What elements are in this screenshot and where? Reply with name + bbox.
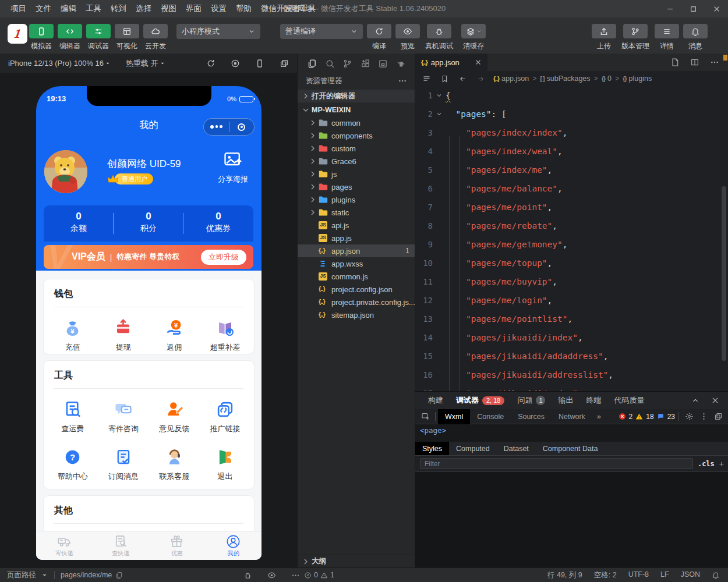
device-icon[interactable] — [255, 59, 264, 68]
tree-item-pages[interactable]: pages — [298, 180, 415, 193]
stat-余额[interactable]: 0余额 — [44, 205, 114, 242]
devtools-tab-Sources[interactable]: Sources — [511, 409, 552, 424]
hot-reload-select[interactable]: 热重载 开 — [126, 58, 165, 69]
project-root[interactable]: MP-WEIXIN — [298, 104, 415, 116]
grid-item-推广链接[interactable]: 推广链接 — [200, 399, 250, 434]
eye-icon[interactable] — [267, 571, 276, 580]
tree-item-js[interactable]: js — [298, 168, 415, 180]
status-item[interactable]: UTF-8 — [628, 570, 649, 580]
devtools-tab-Network[interactable]: Network — [552, 409, 592, 424]
toolbar-button[interactable]: 云开发 — [143, 24, 168, 51]
source-control-icon[interactable] — [342, 59, 352, 69]
kebab-menu-icon[interactable] — [699, 412, 708, 421]
cls-toggle[interactable]: .cls — [698, 460, 715, 468]
menu-item[interactable]: 选择 — [131, 0, 156, 17]
menu-item[interactable]: 项目 — [6, 0, 31, 17]
grid-item-充值[interactable]: ¥充值 — [47, 318, 98, 353]
grid-item-寄件咨询[interactable]: 寄件咨询 — [98, 399, 149, 434]
toolbar-button[interactable]: 上传 — [592, 24, 616, 51]
maximize-button[interactable] — [681, 0, 705, 17]
devtools-tab-Wxml[interactable]: Wxml — [438, 409, 470, 424]
share-poster-button[interactable]: 分享海报 — [214, 149, 252, 184]
tab-优惠[interactable]: 优惠 — [149, 531, 206, 560]
status-item[interactable]: JSON — [681, 570, 700, 580]
status-item[interactable]: 行 49, 列 9 — [547, 570, 582, 580]
ellipsis-icon[interactable] — [291, 571, 300, 580]
tree-item-project.private.config.js...[interactable]: {..}project.private.config.js... — [298, 296, 415, 308]
tree-item-app.json[interactable]: {..}app.json1 — [298, 244, 415, 257]
gear-icon[interactable] — [685, 412, 694, 421]
menu-item[interactable]: 转到 — [106, 0, 131, 17]
grid-item-退出[interactable]: 退出 — [200, 447, 250, 482]
tab-我的[interactable]: 我的 — [205, 531, 261, 560]
tree-item-common[interactable]: common — [298, 116, 415, 129]
back-icon[interactable] — [458, 74, 467, 83]
status-item[interactable]: 空格: 2 — [594, 570, 617, 580]
grid-item-订阅消息[interactable]: 订阅消息 — [98, 447, 149, 482]
dom-tree[interactable]: <page> — [415, 424, 728, 442]
avatar[interactable] — [44, 150, 87, 193]
compile-select[interactable]: 普通编译 — [280, 24, 363, 39]
toolbar-button[interactable]: 清缓存 — [458, 24, 489, 51]
forward-icon[interactable] — [476, 74, 485, 83]
ellipsis-icon[interactable] — [710, 58, 719, 67]
dock-icon[interactable] — [714, 412, 723, 421]
more-icon[interactable] — [204, 125, 229, 129]
files-icon[interactable] — [307, 59, 317, 69]
box-icon[interactable] — [378, 59, 388, 69]
breadcrumb-item[interactable]: {}0 — [602, 74, 612, 83]
toolbar-button[interactable]: 模拟器 — [29, 24, 54, 51]
tree-item-custom[interactable]: custom — [298, 142, 415, 155]
fold-icon[interactable] — [433, 111, 446, 118]
page-path-label[interactable]: 页面路径 — [7, 570, 36, 580]
grid-item-超重补差[interactable]: 超重补差 — [200, 318, 250, 353]
menu-item[interactable]: 帮助 — [231, 0, 256, 17]
windows-icon[interactable] — [280, 59, 289, 68]
grid-item-联系客服[interactable]: 联系客服 — [149, 447, 200, 482]
add-style-icon[interactable]: + — [719, 459, 724, 469]
filter-input[interactable] — [420, 458, 693, 469]
debug-tab-问题[interactable]: 问题1 — [517, 395, 545, 406]
menu-item[interactable]: 设置 — [206, 0, 231, 17]
styles-tab-Component-Data[interactable]: Component Data — [536, 442, 605, 455]
upgrade-button[interactable]: 立即升级 — [201, 250, 246, 265]
bookmark-icon[interactable] — [440, 74, 449, 83]
breadcrumb-item[interactable]: {..}app.json — [493, 74, 529, 83]
extensions-icon[interactable] — [361, 59, 370, 69]
styles-tab-Computed[interactable]: Computed — [449, 442, 497, 455]
open-preview-icon[interactable] — [670, 58, 680, 67]
notifications-icon[interactable] — [712, 571, 720, 579]
debug-tab-输出[interactable]: 输出 — [558, 395, 573, 406]
menu-item[interactable]: 视图 — [156, 0, 181, 17]
outline-section[interactable]: 大纲 — [298, 555, 415, 567]
grid-item-返佣[interactable]: ¥返佣 — [149, 318, 200, 353]
capsule-button[interactable] — [203, 118, 255, 136]
toolbar-button[interactable]: 预览 — [395, 24, 420, 51]
open-editors-section[interactable]: 打开的编辑器 — [298, 90, 415, 102]
tree-item-project.config.json[interactable]: {..}project.config.json — [298, 283, 415, 296]
copy-icon[interactable] — [115, 572, 123, 579]
tree-item-common.js[interactable]: JScommon.js — [298, 270, 415, 283]
grid-item-查运费[interactable]: 查运费 — [47, 399, 98, 434]
search-icon[interactable] — [325, 59, 335, 69]
tree-item-plugins[interactable]: plugins — [298, 193, 415, 206]
debug-tab-终端[interactable]: 终端 — [586, 395, 601, 406]
refresh-icon[interactable] — [206, 59, 215, 68]
menu-item[interactable]: 文件 — [31, 0, 56, 17]
close-button[interactable] — [705, 0, 728, 17]
ellipsis-icon[interactable] — [398, 76, 407, 86]
status-item[interactable]: LF — [660, 570, 669, 580]
close-tab-icon[interactable] — [475, 59, 482, 66]
debug-tab-构建[interactable]: 构建 — [428, 395, 443, 406]
toolbar-button[interactable]: 详情 — [655, 24, 679, 51]
grid-item-意见反馈[interactable]: 意见反馈 — [149, 399, 200, 434]
toolbar-button[interactable]: 编辑器 — [58, 24, 82, 51]
code-editor[interactable]: 1{2 "pages": [3 "pages/index/index",4 "p… — [415, 86, 728, 391]
styles-tab-Dataset[interactable]: Dataset — [497, 442, 536, 455]
tree-item-static[interactable]: static — [298, 206, 415, 219]
outline-icon[interactable] — [422, 74, 431, 83]
tab-app-json[interactable]: {..} app.json — [415, 54, 487, 71]
editor-scrollbar[interactable] — [722, 186, 726, 361]
close-icon[interactable] — [711, 396, 719, 404]
problems-indicator[interactable]: 0 1 — [304, 571, 334, 579]
